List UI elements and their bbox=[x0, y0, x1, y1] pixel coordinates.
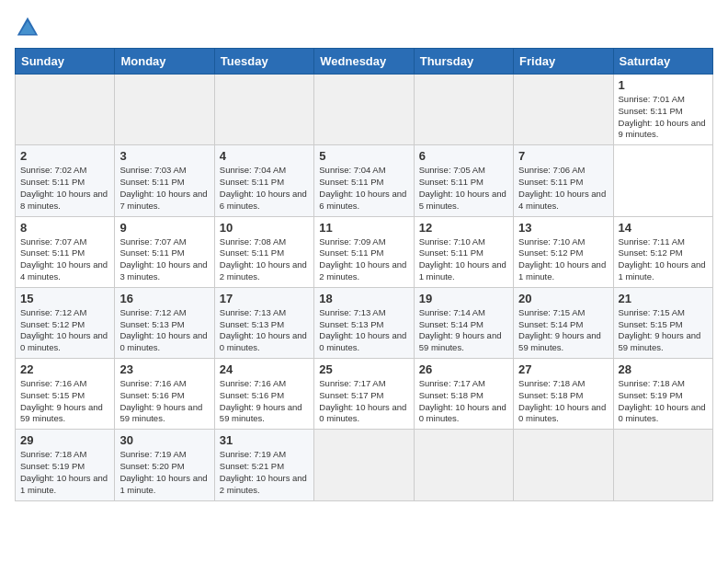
day-number: 22 bbox=[20, 362, 109, 376]
day-info: Sunrise: 7:14 AMSunset: 5:14 PMDaylight:… bbox=[419, 307, 508, 354]
day-info: Sunrise: 7:19 AMSunset: 5:20 PMDaylight:… bbox=[119, 449, 209, 496]
day-number: 2 bbox=[20, 149, 109, 163]
day-number: 11 bbox=[319, 221, 408, 235]
day-number: 18 bbox=[319, 292, 408, 305]
day-info: Sunrise: 7:12 AMSunset: 5:13 PMDaylight:… bbox=[119, 307, 209, 354]
calendar-day bbox=[514, 430, 613, 500]
day-info: Sunrise: 7:19 AMSunset: 5:21 PMDaylight:… bbox=[220, 449, 309, 496]
day-info: Sunrise: 7:08 AMSunset: 5:11 PMDaylight:… bbox=[220, 236, 309, 283]
calendar-day: 28Sunrise: 7:18 AMSunset: 5:19 PMDayligh… bbox=[613, 359, 712, 430]
day-number: 14 bbox=[619, 221, 708, 235]
day-info: Sunrise: 7:18 AMSunset: 5:18 PMDaylight:… bbox=[518, 378, 608, 425]
day-header-saturday: Saturday bbox=[613, 49, 712, 75]
day-number: 10 bbox=[220, 221, 309, 235]
day-number: 16 bbox=[119, 292, 209, 305]
calendar-day: 2Sunrise: 7:02 AMSunset: 5:11 PMDaylight… bbox=[16, 145, 115, 216]
day-number: 13 bbox=[518, 221, 608, 235]
calendar-day: 9Sunrise: 7:07 AMSunset: 5:11 PMDaylight… bbox=[115, 216, 214, 287]
day-info: Sunrise: 7:06 AMSunset: 5:11 PMDaylight:… bbox=[518, 165, 608, 212]
calendar-header-row: SundayMondayTuesdayWednesdayThursdayFrid… bbox=[16, 49, 713, 75]
day-info: Sunrise: 7:13 AMSunset: 5:13 PMDaylight:… bbox=[220, 307, 309, 354]
calendar-day: 25Sunrise: 7:17 AMSunset: 5:17 PMDayligh… bbox=[314, 359, 414, 430]
day-info: Sunrise: 7:07 AMSunset: 5:11 PMDaylight:… bbox=[20, 236, 109, 283]
day-number: 1 bbox=[619, 78, 708, 92]
day-number: 31 bbox=[220, 433, 309, 447]
calendar-day: 14Sunrise: 7:11 AMSunset: 5:12 PMDayligh… bbox=[613, 216, 712, 287]
calendar-day: 29Sunrise: 7:18 AMSunset: 5:19 PMDayligh… bbox=[16, 430, 115, 500]
day-number: 7 bbox=[518, 149, 608, 163]
calendar-day: 15Sunrise: 7:12 AMSunset: 5:12 PMDayligh… bbox=[16, 287, 115, 358]
calendar-day: 8Sunrise: 7:07 AMSunset: 5:11 PMDaylight… bbox=[16, 216, 115, 287]
day-number: 8 bbox=[20, 221, 109, 235]
day-info: Sunrise: 7:16 AMSunset: 5:15 PMDaylight:… bbox=[20, 378, 109, 425]
calendar-day: 4Sunrise: 7:04 AMSunset: 5:11 PMDaylight… bbox=[214, 145, 313, 216]
day-info: Sunrise: 7:17 AMSunset: 5:18 PMDaylight:… bbox=[419, 378, 508, 425]
page-header bbox=[15, 15, 713, 40]
day-number: 21 bbox=[619, 292, 708, 305]
calendar-week-5: 29Sunrise: 7:18 AMSunset: 5:19 PMDayligh… bbox=[16, 430, 713, 500]
day-info: Sunrise: 7:02 AMSunset: 5:11 PMDaylight:… bbox=[20, 165, 109, 212]
logo-icon bbox=[15, 15, 40, 40]
empty-cell bbox=[414, 75, 513, 145]
day-number: 30 bbox=[119, 433, 209, 447]
day-number: 29 bbox=[20, 433, 109, 447]
calendar-day: 3Sunrise: 7:03 AMSunset: 5:11 PMDaylight… bbox=[115, 145, 214, 216]
logo bbox=[15, 15, 44, 40]
day-info: Sunrise: 7:17 AMSunset: 5:17 PMDaylight:… bbox=[319, 378, 408, 425]
empty-cell bbox=[214, 75, 313, 145]
day-info: Sunrise: 7:03 AMSunset: 5:11 PMDaylight:… bbox=[119, 165, 209, 212]
day-number: 3 bbox=[119, 149, 209, 163]
day-info: Sunrise: 7:18 AMSunset: 5:19 PMDaylight:… bbox=[20, 449, 109, 496]
day-number: 12 bbox=[419, 221, 508, 235]
calendar-day: 11Sunrise: 7:09 AMSunset: 5:11 PMDayligh… bbox=[314, 216, 414, 287]
empty-cell bbox=[514, 75, 613, 145]
day-info: Sunrise: 7:15 AMSunset: 5:15 PMDaylight:… bbox=[619, 307, 708, 354]
day-info: Sunrise: 7:10 AMSunset: 5:12 PMDaylight:… bbox=[518, 236, 608, 283]
calendar-day: 12Sunrise: 7:10 AMSunset: 5:11 PMDayligh… bbox=[414, 216, 513, 287]
calendar-day: 13Sunrise: 7:10 AMSunset: 5:12 PMDayligh… bbox=[514, 216, 613, 287]
calendar-day bbox=[613, 430, 712, 500]
day-info: Sunrise: 7:04 AMSunset: 5:11 PMDaylight:… bbox=[319, 165, 408, 212]
calendar-table: SundayMondayTuesdayWednesdayThursdayFrid… bbox=[15, 48, 713, 501]
day-info: Sunrise: 7:09 AMSunset: 5:11 PMDaylight:… bbox=[319, 236, 408, 283]
day-number: 25 bbox=[319, 362, 408, 376]
day-info: Sunrise: 7:13 AMSunset: 5:13 PMDaylight:… bbox=[319, 307, 408, 354]
calendar-day: 1Sunrise: 7:01 AMSunset: 5:11 PMDaylight… bbox=[613, 75, 712, 145]
calendar-week-0: 1Sunrise: 7:01 AMSunset: 5:11 PMDaylight… bbox=[16, 75, 713, 145]
calendar-day: 10Sunrise: 7:08 AMSunset: 5:11 PMDayligh… bbox=[214, 216, 313, 287]
day-info: Sunrise: 7:04 AMSunset: 5:11 PMDaylight:… bbox=[220, 165, 309, 212]
calendar-day: 20Sunrise: 7:15 AMSunset: 5:14 PMDayligh… bbox=[514, 287, 613, 358]
day-number: 20 bbox=[518, 292, 608, 305]
empty-cell bbox=[314, 75, 414, 145]
day-number: 24 bbox=[220, 362, 309, 376]
day-header-sunday: Sunday bbox=[16, 49, 115, 75]
day-info: Sunrise: 7:07 AMSunset: 5:11 PMDaylight:… bbox=[119, 236, 209, 283]
day-number: 28 bbox=[619, 362, 708, 376]
day-info: Sunrise: 7:16 AMSunset: 5:16 PMDaylight:… bbox=[220, 378, 309, 425]
day-info: Sunrise: 7:12 AMSunset: 5:12 PMDaylight:… bbox=[20, 307, 109, 354]
day-number: 15 bbox=[20, 292, 109, 305]
calendar-week-1: 2Sunrise: 7:02 AMSunset: 5:11 PMDaylight… bbox=[16, 145, 713, 216]
day-header-friday: Friday bbox=[514, 49, 613, 75]
calendar-day: 17Sunrise: 7:13 AMSunset: 5:13 PMDayligh… bbox=[214, 287, 313, 358]
day-number: 23 bbox=[119, 362, 209, 376]
day-number: 4 bbox=[220, 149, 309, 163]
day-info: Sunrise: 7:05 AMSunset: 5:11 PMDaylight:… bbox=[419, 165, 508, 212]
calendar-day: 5Sunrise: 7:04 AMSunset: 5:11 PMDaylight… bbox=[314, 145, 414, 216]
calendar-day: 19Sunrise: 7:14 AMSunset: 5:14 PMDayligh… bbox=[414, 287, 513, 358]
day-number: 26 bbox=[419, 362, 508, 376]
day-number: 19 bbox=[419, 292, 508, 305]
calendar-day: 21Sunrise: 7:15 AMSunset: 5:15 PMDayligh… bbox=[613, 287, 712, 358]
day-number: 9 bbox=[119, 221, 209, 235]
calendar-day: 18Sunrise: 7:13 AMSunset: 5:13 PMDayligh… bbox=[314, 287, 414, 358]
calendar-week-2: 8Sunrise: 7:07 AMSunset: 5:11 PMDaylight… bbox=[16, 216, 713, 287]
calendar-day: 24Sunrise: 7:16 AMSunset: 5:16 PMDayligh… bbox=[214, 359, 313, 430]
day-info: Sunrise: 7:18 AMSunset: 5:19 PMDaylight:… bbox=[619, 378, 708, 425]
calendar-day bbox=[314, 430, 414, 500]
day-header-thursday: Thursday bbox=[414, 49, 513, 75]
calendar-day: 16Sunrise: 7:12 AMSunset: 5:13 PMDayligh… bbox=[115, 287, 214, 358]
day-number: 6 bbox=[419, 149, 508, 163]
day-info: Sunrise: 7:10 AMSunset: 5:11 PMDaylight:… bbox=[419, 236, 508, 283]
empty-cell bbox=[115, 75, 214, 145]
calendar-day: 6Sunrise: 7:05 AMSunset: 5:11 PMDaylight… bbox=[414, 145, 513, 216]
